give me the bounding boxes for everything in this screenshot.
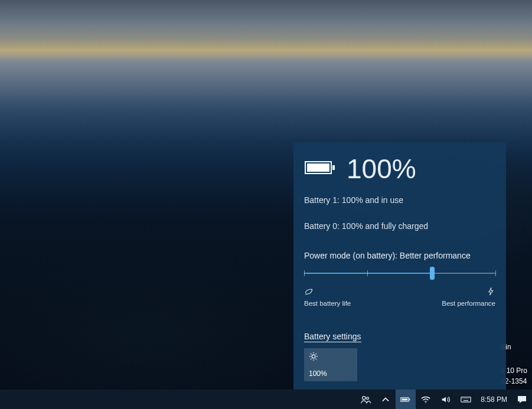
svg-point-12 <box>363 396 365 399</box>
brightness-icon <box>309 352 353 364</box>
slider-right-text: Best performance <box>442 300 495 307</box>
svg-point-13 <box>367 397 369 399</box>
battery-large-icon <box>304 158 336 179</box>
wifi-icon[interactable] <box>416 390 436 409</box>
svg-line-10 <box>311 359 312 360</box>
battery-settings-link[interactable]: Battery settings <box>304 332 361 342</box>
svg-rect-16 <box>409 398 410 400</box>
power-mode-slider[interactable] <box>304 269 495 278</box>
battery-tray-icon[interactable] <box>396 390 416 409</box>
taskbar: 8:58 PM <box>0 390 532 409</box>
svg-rect-15 <box>402 398 408 400</box>
leaf-icon <box>304 287 351 297</box>
battery-1-status: Battery 1: 100% and in use <box>304 195 495 205</box>
svg-line-11 <box>316 354 317 355</box>
taskbar-clock[interactable]: 8:58 PM <box>476 390 512 409</box>
battery-0-status: Battery 0: 100% and fully charged <box>304 221 495 231</box>
slider-left-text: Best battery life <box>304 300 351 307</box>
best-battery-life-label: Best battery life <box>304 287 351 307</box>
keyboard-icon[interactable] <box>456 390 476 409</box>
svg-rect-2 <box>332 165 335 170</box>
svg-point-17 <box>426 402 426 403</box>
power-mode-label: Power mode (on battery): Better performa… <box>304 251 495 260</box>
people-icon[interactable] <box>355 390 376 409</box>
lightning-icon <box>486 287 495 297</box>
svg-rect-1 <box>307 163 329 172</box>
battery-percent: 100% <box>347 155 416 182</box>
chevron-up-icon[interactable] <box>376 390 396 409</box>
best-performance-label: Best performance <box>442 287 495 307</box>
brightness-value: 100% <box>309 369 353 378</box>
battery-flyout: 100% Battery 1: 100% and in use Battery … <box>293 142 506 390</box>
svg-line-8 <box>311 354 312 355</box>
svg-point-3 <box>312 355 315 358</box>
svg-rect-18 <box>461 397 471 401</box>
action-center-icon[interactable] <box>512 390 532 409</box>
system-tray: 8:58 PM <box>355 390 532 409</box>
brightness-tile[interactable]: 100% <box>304 348 357 381</box>
volume-icon[interactable] <box>436 390 456 409</box>
svg-line-9 <box>316 359 317 360</box>
